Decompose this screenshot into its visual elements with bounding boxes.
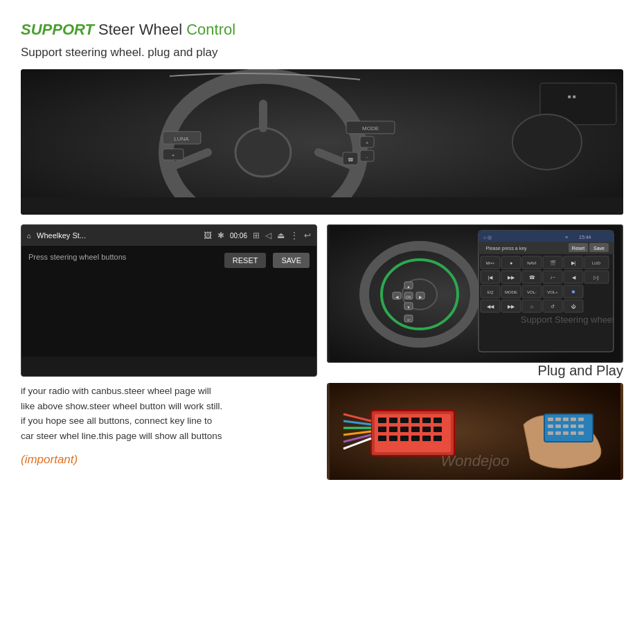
svg-text:◀: ◀: [395, 295, 399, 299]
page: SUPPORT Steer Wheel Control Support stee…: [0, 0, 644, 644]
svg-rect-131: [548, 431, 553, 435]
svg-rect-96: [378, 418, 386, 423]
back-icon: ↩: [304, 231, 311, 240]
subtitle-text: Support steering wheel. plug and play: [21, 46, 623, 60]
svg-text:LUD: LUD: [592, 261, 601, 265]
svg-text:↺: ↺: [551, 304, 555, 309]
title-support: SUPPORT: [21, 21, 94, 38]
svg-rect-104: [400, 427, 409, 432]
svg-rect-103: [389, 427, 397, 432]
left-panel: ⌂ Wheelkey St... 🖼 ✱ 00:06 ⊞ ◁ ⏏ ⋮ ↩ Pre…: [21, 224, 317, 630]
svg-rect-108: [378, 436, 386, 441]
svg-rect-125: [578, 418, 584, 421]
android-status-bar: ⌂ Wheelkey St... 🖼 ✱ 00:06 ⊞ ◁ ⏏ ⋮ ↩: [21, 225, 316, 246]
svg-text:MODE: MODE: [505, 290, 517, 294]
svg-text:OK: OK: [406, 295, 412, 299]
svg-rect-18: [21, 197, 623, 215]
title-heading: SUPPORT Steer Wheel Control: [21, 21, 623, 39]
svg-text:15:44: 15:44: [579, 235, 591, 240]
svg-rect-127: [555, 424, 561, 428]
svg-rect-126: [548, 424, 553, 428]
svg-text:▶|: ▶|: [571, 260, 576, 266]
description-text: if your radio with canbus.steer wheel pa…: [21, 384, 317, 443]
media-icon: ⊞: [253, 231, 260, 240]
svg-text:Please press a key: Please press a key: [485, 246, 527, 251]
svg-text:Reset: Reset: [572, 246, 584, 251]
stereo-screenshot: ▲ OK ▼ ▶ ◀ ↩ ⌂ ◎ 15:44: [327, 224, 623, 363]
svg-rect-102: [378, 427, 386, 432]
svg-rect-112: [422, 436, 431, 441]
svg-rect-98: [400, 418, 409, 423]
svg-rect-110: [400, 436, 409, 441]
svg-text:⌂: ⌂: [530, 304, 533, 309]
svg-text:|◀: |◀: [488, 275, 494, 280]
svg-rect-134: [571, 431, 576, 435]
plug-and-play-label: Plug and Play: [327, 363, 623, 383]
svg-text:✱: ✱: [571, 289, 575, 294]
svg-text:⏻: ⏻: [571, 304, 576, 309]
svg-rect-113: [433, 436, 442, 441]
svg-text:▶▶: ▶▶: [508, 304, 515, 309]
svg-rect-109: [389, 436, 397, 441]
steering-wheel-svg: LUNA + MODE + - ☎ ■ ■: [21, 69, 623, 215]
svg-rect-123: [563, 418, 569, 421]
time-display: 00:06: [230, 232, 247, 240]
image-icon: 🖼: [204, 231, 212, 240]
svg-rect-111: [411, 436, 420, 441]
stereo-svg: ▲ OK ▼ ▶ ◀ ↩ ⌂ ◎ 15:44: [328, 225, 623, 363]
svg-text:-: -: [366, 154, 368, 160]
android-content-area: Press steering wheel buttons RESET SAVE: [21, 246, 316, 357]
important-label: (important): [21, 453, 317, 467]
svg-rect-105: [411, 427, 420, 432]
svg-text:MODE: MODE: [362, 125, 379, 132]
app-title: Wheelkey St...: [37, 231, 198, 240]
svg-rect-100: [422, 418, 431, 423]
svg-text:☎: ☎: [529, 275, 535, 280]
svg-text:▷): ▷): [593, 275, 598, 280]
svg-rect-99: [411, 418, 420, 423]
svg-text:Wondejoo: Wondejoo: [440, 452, 509, 469]
svg-text:▶: ▶: [419, 295, 422, 299]
bottom-section: ⌂ Wheelkey St... 🖼 ✱ 00:06 ⊞ ◁ ⏏ ⋮ ↩ Pre…: [21, 224, 623, 630]
svg-text:⌂  ◎: ⌂ ◎: [483, 235, 492, 240]
steering-wheel-image: LUNA + MODE + - ☎ ■ ■: [21, 69, 623, 215]
svg-text:+: +: [366, 140, 369, 146]
svg-text:M/•×: M/•×: [486, 261, 495, 265]
more-icon: ⋮: [290, 231, 298, 240]
title-control: Control: [186, 21, 235, 38]
svg-rect-106: [422, 427, 431, 432]
svg-text:≡: ≡: [565, 235, 568, 240]
android-ui-screenshot: ⌂ Wheelkey St... 🖼 ✱ 00:06 ⊞ ◁ ⏏ ⋮ ↩ Pre…: [21, 224, 317, 377]
svg-rect-124: [571, 418, 576, 421]
press-steering-text: Press steering wheel buttons: [28, 253, 217, 261]
svg-rect-122: [555, 418, 561, 421]
reset-button[interactable]: RESET: [224, 253, 267, 268]
svg-text:LUNA: LUNA: [174, 136, 189, 142]
svg-point-21: [512, 114, 582, 170]
svg-rect-129: [571, 424, 576, 428]
svg-rect-128: [563, 424, 569, 428]
svg-text:+: +: [172, 152, 175, 159]
svg-rect-39: [478, 231, 614, 242]
svg-text:♪~: ♪~: [550, 275, 555, 280]
svg-text:EQ: EQ: [488, 290, 494, 294]
save-button[interactable]: SAVE: [273, 253, 310, 268]
svg-text:↩: ↩: [407, 318, 411, 322]
svg-text:VOL-: VOL-: [527, 290, 537, 294]
svg-rect-135: [578, 431, 584, 435]
svg-text:VOL+: VOL+: [547, 290, 558, 294]
svg-rect-107: [433, 427, 442, 432]
svg-text:▶▶: ▶▶: [508, 275, 515, 280]
svg-text:▼: ▼: [406, 305, 411, 310]
svg-rect-130: [578, 424, 584, 428]
eject-icon: ⏏: [277, 231, 285, 240]
svg-text:●: ●: [510, 260, 512, 265]
svg-text:■ ■: ■ ■: [568, 93, 576, 100]
right-panel: ▲ OK ▼ ▶ ◀ ↩ ⌂ ◎ 15:44: [327, 224, 623, 630]
svg-rect-133: [563, 431, 569, 435]
home-icon: ⌂: [27, 232, 31, 240]
svg-text:Save: Save: [593, 246, 605, 251]
svg-text:☎: ☎: [348, 157, 354, 162]
svg-text:▲: ▲: [406, 285, 411, 289]
svg-text:NAVI: NAVI: [527, 261, 537, 265]
